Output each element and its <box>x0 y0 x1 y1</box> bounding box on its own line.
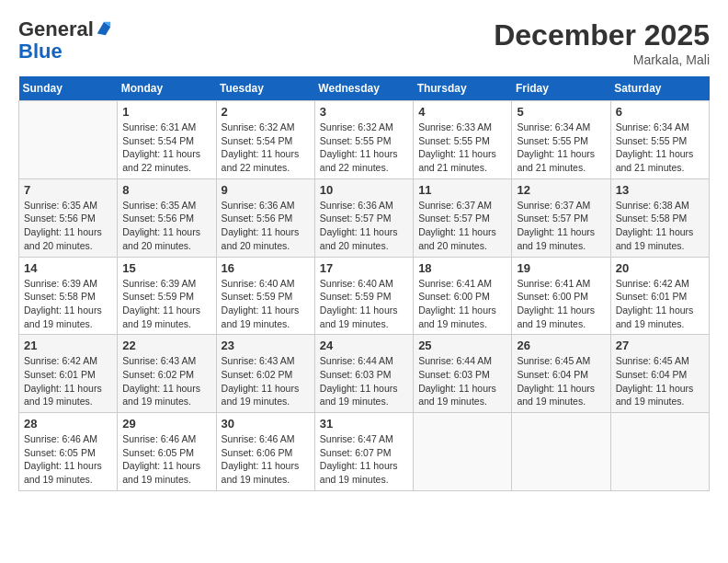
calendar-cell: 7Sunrise: 6:35 AM Sunset: 5:56 PM Daylig… <box>19 178 118 257</box>
calendar-cell: 21Sunrise: 6:42 AM Sunset: 6:01 PM Dayli… <box>19 335 118 413</box>
day-info: Sunrise: 6:32 AM Sunset: 5:54 PM Dayligh… <box>222 121 310 175</box>
day-number: 7 <box>24 183 112 197</box>
day-number: 19 <box>517 261 605 275</box>
weekday-header: Friday <box>512 76 610 101</box>
weekday-header: Wednesday <box>314 76 413 101</box>
calendar-cell: 17Sunrise: 6:40 AM Sunset: 5:59 PM Dayli… <box>314 257 413 335</box>
calendar-cell: 11Sunrise: 6:37 AM Sunset: 5:57 PM Dayli… <box>414 178 512 257</box>
calendar-week-row: 28Sunrise: 6:46 AM Sunset: 6:05 PM Dayli… <box>19 413 710 491</box>
location: Markala, Mali <box>494 52 710 67</box>
day-info: Sunrise: 6:42 AM Sunset: 6:01 PM Dayligh… <box>616 277 704 331</box>
calendar-cell <box>610 413 709 491</box>
day-number: 31 <box>320 417 408 431</box>
calendar-cell <box>414 413 512 491</box>
day-info: Sunrise: 6:38 AM Sunset: 5:58 PM Dayligh… <box>616 199 704 253</box>
day-info: Sunrise: 6:33 AM Sunset: 5:55 PM Dayligh… <box>418 121 506 175</box>
calendar-cell: 20Sunrise: 6:42 AM Sunset: 6:01 PM Dayli… <box>610 257 709 335</box>
calendar-cell: 29Sunrise: 6:46 AM Sunset: 6:05 PM Dayli… <box>118 413 216 491</box>
day-info: Sunrise: 6:39 AM Sunset: 5:58 PM Dayligh… <box>24 277 112 331</box>
title-block: December 2025 Markala, Mali <box>494 18 710 67</box>
weekday-header: Thursday <box>414 76 512 101</box>
day-number: 11 <box>418 183 506 197</box>
day-number: 18 <box>418 261 506 275</box>
day-info: Sunrise: 6:37 AM Sunset: 5:57 PM Dayligh… <box>517 199 605 253</box>
calendar-week-row: 7Sunrise: 6:35 AM Sunset: 5:56 PM Daylig… <box>19 178 710 257</box>
day-number: 14 <box>24 261 112 275</box>
calendar-week-row: 14Sunrise: 6:39 AM Sunset: 5:58 PM Dayli… <box>19 257 710 335</box>
calendar-week-row: 1Sunrise: 6:31 AM Sunset: 5:54 PM Daylig… <box>19 101 710 179</box>
day-number: 4 <box>418 105 506 119</box>
day-number: 5 <box>517 105 605 119</box>
day-info: Sunrise: 6:43 AM Sunset: 6:02 PM Dayligh… <box>222 354 310 408</box>
day-info: Sunrise: 6:46 AM Sunset: 6:06 PM Dayligh… <box>222 432 310 487</box>
calendar-table: SundayMondayTuesdayWednesdayThursdayFrid… <box>18 76 710 491</box>
calendar-cell: 30Sunrise: 6:46 AM Sunset: 6:06 PM Dayli… <box>216 413 314 491</box>
day-info: Sunrise: 6:40 AM Sunset: 5:59 PM Dayligh… <box>222 277 310 331</box>
day-number: 23 <box>222 339 310 352</box>
day-info: Sunrise: 6:37 AM Sunset: 5:57 PM Dayligh… <box>418 199 506 253</box>
day-number: 15 <box>122 261 210 275</box>
calendar-cell: 18Sunrise: 6:41 AM Sunset: 6:00 PM Dayli… <box>414 257 512 335</box>
day-info: Sunrise: 6:35 AM Sunset: 5:56 PM Dayligh… <box>122 199 210 253</box>
day-number: 27 <box>616 339 704 352</box>
day-number: 12 <box>517 183 605 197</box>
calendar-week-row: 21Sunrise: 6:42 AM Sunset: 6:01 PM Dayli… <box>19 335 710 413</box>
weekday-header: Monday <box>118 76 216 101</box>
calendar-cell: 16Sunrise: 6:40 AM Sunset: 5:59 PM Dayli… <box>216 257 314 335</box>
day-info: Sunrise: 6:40 AM Sunset: 5:59 PM Dayligh… <box>320 277 408 331</box>
day-number: 10 <box>320 183 408 197</box>
calendar-cell: 22Sunrise: 6:43 AM Sunset: 6:02 PM Dayli… <box>118 335 216 413</box>
day-number: 6 <box>616 105 704 119</box>
day-info: Sunrise: 6:41 AM Sunset: 6:00 PM Dayligh… <box>418 277 506 331</box>
day-info: Sunrise: 6:43 AM Sunset: 6:02 PM Dayligh… <box>122 354 210 408</box>
day-info: Sunrise: 6:35 AM Sunset: 5:56 PM Dayligh… <box>24 199 112 253</box>
calendar-cell: 27Sunrise: 6:45 AM Sunset: 6:04 PM Dayli… <box>610 335 709 413</box>
day-info: Sunrise: 6:39 AM Sunset: 5:59 PM Dayligh… <box>122 277 210 331</box>
weekday-header: Sunday <box>19 76 118 101</box>
day-number: 9 <box>222 183 310 197</box>
calendar-cell <box>512 413 610 491</box>
day-info: Sunrise: 6:41 AM Sunset: 6:00 PM Dayligh… <box>517 277 605 331</box>
day-number: 2 <box>222 105 310 119</box>
calendar-cell: 9Sunrise: 6:36 AM Sunset: 5:56 PM Daylig… <box>216 178 314 257</box>
day-number: 24 <box>320 339 408 352</box>
day-number: 1 <box>122 105 210 119</box>
logo: General Blue <box>18 18 112 63</box>
calendar-cell: 28Sunrise: 6:46 AM Sunset: 6:05 PM Dayli… <box>19 413 118 491</box>
day-number: 29 <box>122 417 210 431</box>
calendar-cell: 26Sunrise: 6:45 AM Sunset: 6:04 PM Dayli… <box>512 335 610 413</box>
day-info: Sunrise: 6:47 AM Sunset: 6:07 PM Dayligh… <box>320 432 408 487</box>
day-info: Sunrise: 6:34 AM Sunset: 5:55 PM Dayligh… <box>517 121 605 175</box>
day-info: Sunrise: 6:34 AM Sunset: 5:55 PM Dayligh… <box>616 121 704 175</box>
day-number: 25 <box>418 339 506 352</box>
day-number: 17 <box>320 261 408 275</box>
calendar-header: SundayMondayTuesdayWednesdayThursdayFrid… <box>19 76 710 101</box>
calendar-cell: 10Sunrise: 6:36 AM Sunset: 5:57 PM Dayli… <box>314 178 413 257</box>
calendar-cell: 6Sunrise: 6:34 AM Sunset: 5:55 PM Daylig… <box>610 101 709 179</box>
day-info: Sunrise: 6:32 AM Sunset: 5:55 PM Dayligh… <box>320 121 408 175</box>
day-info: Sunrise: 6:31 AM Sunset: 5:54 PM Dayligh… <box>122 121 210 175</box>
day-number: 26 <box>517 339 605 352</box>
logo-general: General <box>18 18 94 40</box>
calendar-cell: 12Sunrise: 6:37 AM Sunset: 5:57 PM Dayli… <box>512 178 610 257</box>
page-header: General Blue December 2025 Markala, Mali <box>18 18 710 67</box>
calendar-cell: 15Sunrise: 6:39 AM Sunset: 5:59 PM Dayli… <box>118 257 216 335</box>
day-number: 20 <box>616 261 704 275</box>
day-number: 28 <box>24 417 112 431</box>
weekday-header: Saturday <box>610 76 709 101</box>
day-number: 16 <box>222 261 310 275</box>
calendar-cell: 3Sunrise: 6:32 AM Sunset: 5:55 PM Daylig… <box>314 101 413 179</box>
calendar-cell: 25Sunrise: 6:44 AM Sunset: 6:03 PM Dayli… <box>414 335 512 413</box>
calendar-cell: 13Sunrise: 6:38 AM Sunset: 5:58 PM Dayli… <box>610 178 709 257</box>
day-info: Sunrise: 6:44 AM Sunset: 6:03 PM Dayligh… <box>418 354 506 408</box>
day-number: 13 <box>616 183 704 197</box>
calendar-cell: 2Sunrise: 6:32 AM Sunset: 5:54 PM Daylig… <box>216 101 314 179</box>
logo-blue: Blue <box>18 40 63 63</box>
day-number: 22 <box>122 339 210 352</box>
day-info: Sunrise: 6:45 AM Sunset: 6:04 PM Dayligh… <box>616 354 704 408</box>
calendar-cell: 23Sunrise: 6:43 AM Sunset: 6:02 PM Dayli… <box>216 335 314 413</box>
day-info: Sunrise: 6:42 AM Sunset: 6:01 PM Dayligh… <box>24 354 112 408</box>
day-info: Sunrise: 6:45 AM Sunset: 6:04 PM Dayligh… <box>517 354 605 408</box>
weekday-header: Tuesday <box>216 76 314 101</box>
calendar-cell: 24Sunrise: 6:44 AM Sunset: 6:03 PM Dayli… <box>314 335 413 413</box>
